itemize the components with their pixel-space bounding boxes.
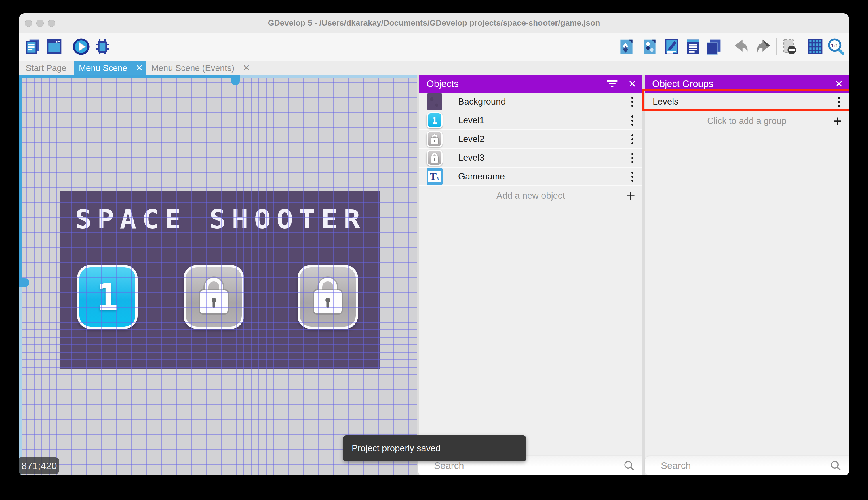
zoom-original-icon[interactable]: 1:1 [826,37,845,56]
object-menu-icon[interactable] [622,97,642,107]
project-manager-icon[interactable] [24,37,42,56]
game-title-instance[interactable]: SPACE SHOOTER [60,204,380,235]
object-menu-icon[interactable] [622,115,642,126]
svg-text:1:1: 1:1 [831,43,838,48]
window-title: GDevelop 5 - /Users/dkarakay/Documents/G… [19,13,849,33]
text-object-icon: Tx [426,168,443,185]
object-row-level1[interactable]: 1 Level1 [419,112,642,130]
add-icon[interactable]: + [619,187,642,204]
close-panel-icon[interactable]: ✕ [829,78,849,90]
play-icon[interactable] [72,37,90,56]
object-groups-panel-title: Object Groups [652,78,829,89]
groups-search-bar [645,456,849,475]
level2-button-instance[interactable] [184,265,244,329]
tab-start-page[interactable]: Start Page [22,61,71,75]
object-name: Background [458,96,622,107]
object-row-level2[interactable]: Level2 [419,130,642,149]
search-icon [830,460,842,471]
tab-label: Menu Scene [74,61,132,75]
close-tab-icon[interactable]: ✕ [239,61,253,75]
tab-bar: Start Page Menu Scene ✕ Menu Scene (Even… [19,61,849,75]
horizontal-scrollbar-thumb[interactable] [231,75,240,85]
add-icon[interactable]: + [826,112,849,129]
horizontal-scrollbar[interactable] [19,75,417,78]
search-icon [623,460,635,471]
title-bar: GDevelop 5 - /Users/dkarakay/Documents/G… [19,13,849,33]
cursor-coordinates: 871;420 [19,457,59,474]
object-name: Level1 [458,115,622,126]
object-name: Level2 [458,134,622,144]
undo-icon[interactable] [732,37,751,56]
lock-icon [200,278,228,315]
object-menu-icon[interactable] [622,134,642,144]
desktop: { "window": { "title": "GDevelop 5 - /Us… [0,0,868,500]
object-name: Level3 [458,153,622,163]
toolbar-divider [776,38,777,55]
objects-search-input[interactable] [418,460,623,471]
grid-icon[interactable] [806,37,824,56]
open-scene-icon[interactable] [45,37,63,56]
toolbar: 1:1 [19,33,849,61]
close-panel-icon[interactable]: ✕ [622,78,642,90]
vertical-scrollbar-thumb[interactable] [19,278,30,287]
object-row-level3[interactable]: Level3 [419,149,642,168]
objects-panel-header: Objects ✕ [419,75,642,93]
locked-button-icon [426,131,443,147]
add-group-row[interactable]: Click to add a group + [645,112,849,130]
background-swatch-icon [426,93,443,110]
properties-icon[interactable] [662,37,681,56]
toolbar-divider [803,38,803,55]
add-object-row[interactable]: Add a new object + [419,186,642,205]
lock-icon [314,278,342,315]
object-menu-icon[interactable] [622,172,642,182]
tab-menu-scene[interactable]: Menu Scene ✕ [74,61,146,75]
scene-editor-canvas[interactable]: SPACE SHOOTER 1 87 [19,75,417,475]
objects-panel: Objects ✕ Background 1 Level1 Le [419,75,642,475]
level1-number: 1 [80,267,135,327]
locked-button-icon [426,149,443,166]
tab-label: Start Page [23,63,69,72]
debug-icon[interactable] [93,37,112,56]
groups-search-input[interactable] [645,460,830,471]
vertical-scrollbar[interactable] [19,75,22,475]
toolbar-divider [728,38,728,55]
object-row-gamename[interactable]: Tx Gamename [419,168,642,186]
panel-divider[interactable] [642,75,645,475]
close-tab-icon[interactable]: ✕ [132,61,146,75]
gdevelop-window: GDevelop 5 - /Users/dkarakay/Documents/G… [19,13,849,475]
object-groups-panel: Object Groups ✕ Levels Click to add a gr… [645,75,849,475]
window-mask-icon[interactable] [780,37,798,56]
object-name: Gamename [458,171,622,182]
toolbar-divider [67,38,67,55]
levels-row-highlight-annotation [642,89,849,111]
tab-menu-scene-events[interactable]: Menu Scene (Events) ✕ [146,61,253,75]
filter-icon[interactable] [602,78,622,90]
tab-label: Menu Scene (Events) [146,61,239,75]
object-menu-icon[interactable] [622,153,642,163]
layers-icon[interactable] [704,37,723,56]
instances-list-icon[interactable] [684,37,702,56]
objects-panel-title: Objects [426,78,602,89]
level1-button-instance[interactable]: 1 [77,265,138,329]
add-object-label: Add a new object [442,191,619,201]
redo-icon[interactable] [754,37,773,56]
object-row-background[interactable]: Background [419,93,642,112]
add-group-label: Click to add a group [668,116,826,126]
toast-message: Project properly saved [352,443,440,454]
blue-button-icon: 1 [426,112,443,129]
content-area: SPACE SHOOTER 1 87 [19,75,849,475]
object-groups-editor-icon[interactable] [640,37,659,56]
save-toast: Project properly saved [343,435,526,462]
scene-background-instance[interactable]: SPACE SHOOTER 1 [60,191,380,369]
level3-button-instance[interactable] [297,265,358,329]
objects-editor-icon[interactable] [617,37,636,56]
